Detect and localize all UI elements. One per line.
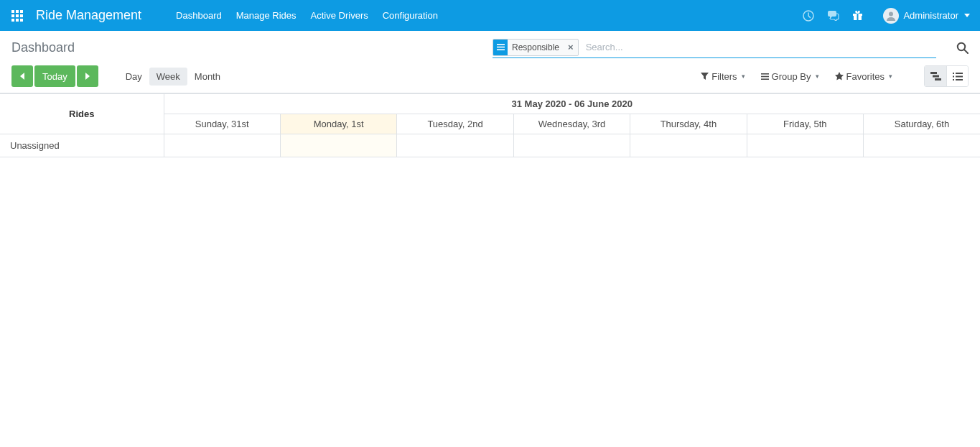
svg-rect-21	[761, 78, 769, 80]
svg-rect-5	[20, 14, 23, 17]
svg-rect-8	[20, 19, 23, 22]
menu-item-manage-rides[interactable]: Manage Rides	[236, 10, 297, 21]
filters-menu[interactable]: Filters ▾	[701, 71, 745, 82]
view-gantt-button[interactable]	[925, 66, 946, 86]
svg-rect-26	[956, 73, 963, 74]
gantt-row-label: Unassigned	[0, 134, 164, 157]
menu-item-active-drivers[interactable]: Active Drivers	[311, 10, 368, 21]
today-button[interactable]: Today	[34, 65, 75, 87]
caret-down-icon: ▾	[889, 73, 892, 80]
facet-remove-button[interactable]: ×	[564, 42, 578, 52]
gantt-row: Unassigned	[0, 134, 980, 157]
search-icon[interactable]	[956, 42, 969, 54]
svg-rect-22	[930, 72, 937, 74]
svg-rect-19	[761, 73, 769, 75]
app-title[interactable]: Ride Management	[36, 8, 141, 23]
date-nav-group: Today	[11, 65, 98, 87]
filters-label: Filters	[711, 71, 737, 82]
svg-rect-4	[16, 14, 19, 17]
activities-icon[interactable]	[803, 10, 814, 22]
gantt-cell[interactable]	[164, 134, 280, 157]
svg-point-13	[889, 11, 893, 16]
gantt-day-header: Tuesday, 2nd	[397, 114, 513, 134]
search-input[interactable]	[583, 40, 933, 54]
svg-rect-30	[956, 79, 963, 80]
svg-rect-29	[953, 79, 954, 80]
view-list-button[interactable]	[946, 66, 968, 86]
gantt-date-range: 31 May 2020 - 06 June 2020	[164, 94, 980, 114]
gantt-cell[interactable]	[280, 134, 396, 157]
groupby-menu[interactable]: Group By ▾	[761, 71, 819, 82]
top-menu: Dashboard Manage Rides Active Drivers Co…	[176, 10, 438, 21]
groupby-facet-icon	[493, 40, 508, 55]
gantt-day-header: Sunday, 31st	[164, 114, 280, 134]
svg-rect-23	[933, 75, 939, 78]
scale-group: Day Week Month	[118, 68, 228, 86]
gantt-day-header: Friday, 5th	[747, 114, 863, 134]
user-menu[interactable]: Administrator	[883, 8, 970, 24]
svg-rect-1	[16, 10, 19, 13]
breadcrumb: Dashboard	[11, 40, 478, 55]
gantt-cell[interactable]	[864, 134, 980, 157]
next-button[interactable]	[77, 65, 98, 87]
svg-rect-7	[16, 19, 19, 22]
svg-rect-28	[956, 75, 963, 77]
svg-rect-6	[11, 19, 14, 22]
search-facet-responsible: Responsible ×	[493, 39, 579, 56]
svg-rect-25	[953, 73, 954, 74]
svg-rect-20	[761, 75, 769, 77]
gantt-cell[interactable]	[513, 134, 630, 157]
svg-rect-15	[497, 47, 505, 48]
svg-rect-2	[20, 10, 23, 13]
view-switcher	[924, 65, 969, 87]
scale-month[interactable]: Month	[187, 68, 228, 86]
svg-rect-24	[935, 78, 941, 80]
search-bar: Responsible ×	[493, 37, 936, 58]
gantt-side-header: Rides	[0, 94, 164, 134]
gantt-day-header: Thursday, 4th	[630, 114, 747, 134]
prev-button[interactable]	[11, 65, 33, 87]
caret-down-icon	[964, 14, 970, 17]
svg-line-18	[964, 50, 968, 53]
search-options: Filters ▾ Group By ▾ Favorites ▾	[701, 65, 969, 87]
groupby-label: Group By	[772, 71, 811, 82]
svg-rect-16	[497, 49, 505, 50]
user-name: Administrator	[903, 10, 958, 21]
apps-menu-icon[interactable]	[7, 6, 27, 26]
gantt-cell[interactable]	[630, 134, 747, 157]
control-panel: Dashboard Responsible × Today	[0, 31, 980, 93]
gantt-cell[interactable]	[747, 134, 863, 157]
scale-week[interactable]: Week	[149, 68, 187, 86]
facet-label: Responsible	[508, 42, 564, 52]
svg-rect-0	[11, 10, 14, 13]
caret-down-icon: ▾	[816, 73, 819, 80]
svg-rect-12	[857, 14, 859, 20]
gantt-cell[interactable]	[397, 134, 513, 157]
gantt-day-header: Monday, 1st	[280, 114, 396, 134]
messages-icon[interactable]	[827, 10, 839, 21]
svg-rect-27	[953, 75, 954, 77]
favorites-label: Favorites	[846, 71, 885, 82]
svg-rect-3	[11, 14, 14, 17]
menu-item-configuration[interactable]: Configuration	[383, 10, 438, 21]
scale-day[interactable]: Day	[118, 68, 149, 86]
gift-icon[interactable]	[852, 10, 863, 21]
navbar: Ride Management Dashboard Manage Rides A…	[0, 0, 980, 31]
avatar	[883, 8, 899, 24]
gantt-view: Rides 31 May 2020 - 06 June 2020 Sunday,…	[0, 93, 980, 157]
systray: Administrator	[803, 8, 970, 24]
menu-item-dashboard[interactable]: Dashboard	[176, 10, 222, 21]
favorites-menu[interactable]: Favorites ▾	[835, 71, 892, 82]
gantt-day-header: Wednesday, 3rd	[513, 114, 630, 134]
gantt-day-header: Saturday, 6th	[864, 114, 980, 134]
svg-rect-14	[497, 44, 505, 45]
caret-down-icon: ▾	[742, 73, 745, 80]
